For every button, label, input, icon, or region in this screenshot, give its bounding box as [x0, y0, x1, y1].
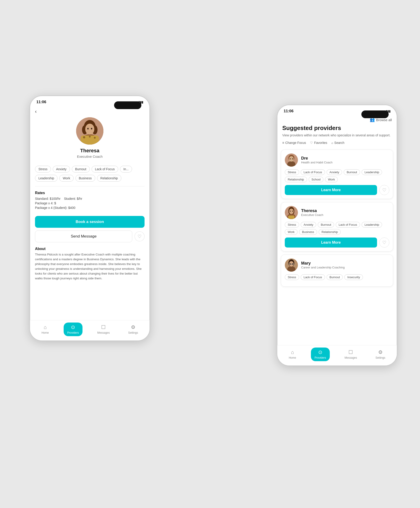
theresa-card-role: Executive Coach [301, 213, 323, 217]
svg-rect-29 [288, 216, 294, 219]
svg-point-19 [290, 158, 291, 159]
providers-icon-left: ⊙ [71, 324, 75, 330]
mary-tag-stress: Stress [285, 274, 299, 280]
mary-tag-burnout: Burnout [327, 274, 343, 280]
theresa-card-header: Theresa Executive Coach [285, 206, 389, 219]
dre-avatar [285, 153, 298, 167]
svg-point-26 [289, 209, 294, 214]
bottom-nav-right: ⌂ Home ⊙ Providers ☐ Messages ⚙ Settings [277, 345, 397, 366]
change-focus-filter[interactable]: ≡ Change Focus [282, 141, 306, 145]
mary-tag-lack-of-focus: Lack of Focus [301, 274, 325, 280]
send-message-button[interactable]: Send Message [35, 231, 132, 242]
favorites-filter[interactable]: ♡ Favorites [310, 141, 327, 145]
nav-messages-label-right: Messages [345, 356, 357, 359]
left-tags: Stress Anxiety Burnout Lack of Focus In.… [30, 166, 150, 175]
dynamic-island-right [361, 111, 389, 118]
svg-point-9 [83, 136, 85, 138]
status-bar-left: 11:06 ···· ▲ ▮▮▮ [30, 96, 150, 106]
dre-favorite-button[interactable]: ♡ [379, 185, 389, 195]
mary-card-role: Career and Leadership Coaching [301, 266, 345, 269]
left-scroll-area[interactable]: ‹ [30, 106, 150, 341]
theresa-card-name: Theresa [301, 209, 323, 213]
nav-providers-label-left: Providers [67, 331, 79, 334]
theresa-tag-burnout: Burnout [318, 222, 334, 228]
avatar-theresa [76, 117, 103, 145]
mary-card-info: Mary Career and Leadership Coaching [301, 261, 345, 269]
nav-home-right[interactable]: ⌂ Home [285, 348, 300, 361]
dre-info: Dre Health and Habit Coach [301, 156, 332, 164]
page-title-right: Suggested providers [282, 125, 392, 132]
settings-icon-right: ⚙ [378, 349, 383, 355]
action-buttons: Book a session Send Message ♡ [30, 213, 150, 245]
message-row: Send Message ♡ [35, 231, 144, 242]
nav-providers-right[interactable]: ⊙ Providers [311, 348, 330, 361]
theresa-learn-more-button[interactable]: Learn More [285, 238, 377, 247]
theresa-tag-stress: Stress [285, 222, 299, 228]
home-icon-left: ⌂ [44, 324, 47, 330]
theresa-tag-business: Business [299, 229, 317, 235]
theresa-tags: Stress Anxiety Burnout Lack of Focus Lea… [285, 222, 389, 235]
mary-avatar [285, 258, 298, 272]
nav-messages-right[interactable]: ☐ Messages [341, 348, 361, 361]
bottom-nav-left: ⌂ Home ⊙ Providers ☐ Messages ⚙ Settings [30, 320, 150, 341]
dre-role: Health and Habit Coach [301, 161, 332, 164]
dre-card-actions: Learn More ♡ [285, 185, 389, 195]
tag-leadership: Leadership [35, 175, 58, 182]
svg-point-11 [94, 137, 96, 139]
book-session-button[interactable]: Book a session [35, 216, 144, 228]
home-icon-right: ⌂ [291, 349, 294, 355]
dre-tag-school: School [309, 177, 324, 182]
dre-tag-burnout: Burnout [344, 169, 360, 175]
phone-right: 11:06 ···· ▲ ▮▮▮ 👥 Browse all Suggested … [277, 105, 397, 366]
dynamic-island-left [114, 101, 141, 109]
dre-tag-stress: Stress [285, 169, 299, 175]
search-filter[interactable]: ⌕ Search [331, 141, 344, 145]
theresa-favorite-button[interactable]: ♡ [379, 238, 389, 247]
nav-providers-left[interactable]: ⊙ Providers [64, 322, 82, 336]
nav-settings-right[interactable]: ⚙ Settings [372, 348, 389, 361]
messages-icon-left: ☐ [101, 324, 106, 330]
dre-learn-more-button[interactable]: Learn More [285, 185, 377, 195]
theresa-tag-anxiety: Anxiety [301, 222, 316, 228]
theresa-tag-lack-of-focus: Lack of Focus [336, 222, 360, 228]
svg-point-27 [290, 211, 291, 212]
tag-stress: Stress [35, 166, 51, 172]
phone-left: 11:06 ···· ▲ ▮▮▮ ‹ [30, 96, 150, 341]
heart-filter-icon: ♡ [310, 141, 313, 145]
mary-tags: Stress Lack of Focus Burnout Insecurity [285, 274, 389, 280]
nav-messages-left[interactable]: ☐ Messages [94, 322, 113, 336]
nav-messages-label-left: Messages [97, 331, 110, 334]
rates-standard: Standard: $100/hr Student: $/hr [35, 197, 144, 201]
provider-card-dre: Dre Health and Habit Coach Stress Lack o… [281, 149, 393, 199]
left-profile: Theresa Executive Coach [30, 117, 150, 166]
search-label: Search [334, 141, 344, 145]
theresa-tag-relationship: Relationship [319, 229, 341, 235]
svg-point-13 [91, 128, 92, 130]
svg-point-28 [292, 211, 293, 212]
right-header: 👥 Browse all Suggested providers View pr… [277, 115, 397, 149]
nav-home-label-right: Home [289, 356, 296, 359]
svg-point-12 [87, 128, 89, 130]
nav-home-left[interactable]: ⌂ Home [38, 322, 52, 336]
change-focus-label: Change Focus [285, 141, 306, 145]
dre-tag-relationship: Relationship [285, 177, 307, 182]
dre-tag-leadership: Leadership [362, 169, 382, 175]
search-filter-icon: ⌕ [331, 141, 333, 145]
dre-tags: Stress Lack of Focus Anxiety Burnout Lea… [285, 169, 389, 182]
time-right: 11:06 [284, 109, 293, 113]
page-subtitle: View providers within our network who sp… [282, 133, 392, 138]
favorites-label: Favorites [314, 141, 327, 145]
dre-tag-work: Work [325, 177, 338, 182]
rates-package-student: Package x 4 (Student): $400 [35, 206, 144, 209]
theresa-card-avatar [285, 206, 298, 219]
about-title: About [35, 247, 144, 251]
provider-card-mary: Mary Career and Leadership Coaching Stre… [281, 254, 393, 287]
dre-name: Dre [301, 156, 332, 161]
right-scroll-area[interactable]: 👥 Browse all Suggested providers View pr… [277, 115, 397, 366]
status-bar-right: 11:06 ···· ▲ ▮▮▮ [277, 105, 397, 115]
tag-business: Business [75, 175, 95, 182]
browse-all-button[interactable]: Browse all [376, 118, 392, 122]
nav-settings-left[interactable]: ⚙ Settings [125, 322, 142, 336]
nav-settings-label-right: Settings [375, 356, 385, 359]
favorite-button[interactable]: ♡ [135, 232, 144, 241]
